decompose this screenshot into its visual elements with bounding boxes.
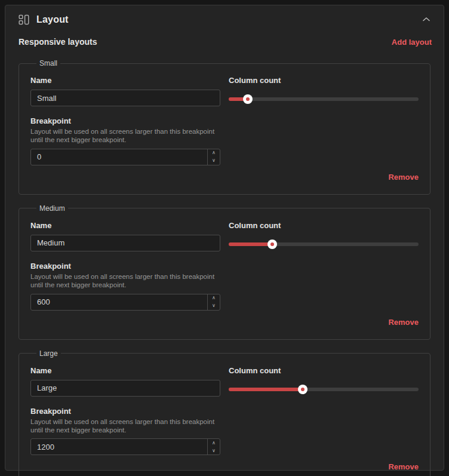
breakpoint-label: Breakpoint xyxy=(30,407,220,416)
name-label: Name xyxy=(30,221,220,230)
number-spinners: ∧ ∨ xyxy=(207,149,220,165)
remove-row: Remove xyxy=(30,171,419,182)
remove-row: Remove xyxy=(30,461,419,472)
spinner-down-button[interactable]: ∨ xyxy=(208,447,220,454)
left-column: Name Breakpoint Layout will be used on a… xyxy=(30,221,220,311)
responsive-layouts-header: Responsive layouts Add layout xyxy=(12,37,437,47)
layout-dashboard-icon xyxy=(19,14,29,25)
remove-row: Remove xyxy=(30,317,419,327)
remove-layout-button[interactable]: Remove xyxy=(388,173,419,182)
name-label: Name xyxy=(30,76,220,85)
name-label: Name xyxy=(30,366,220,375)
breakpoint-label: Breakpoint xyxy=(30,116,220,125)
layout-name-input[interactable] xyxy=(30,90,220,106)
slider-thumb[interactable] xyxy=(243,94,253,104)
column-count-slider[interactable] xyxy=(229,239,419,249)
slider-fill xyxy=(229,242,272,246)
breakpoint-value-field[interactable] xyxy=(31,149,207,165)
spinner-up-button[interactable]: ∧ xyxy=(208,294,220,302)
layout-fieldset: Large Name Breakpoint Layout will be use… xyxy=(19,349,430,476)
column-count-label: Column count xyxy=(229,221,419,230)
layout-legend: Large xyxy=(36,349,61,358)
panel-header: Layout xyxy=(12,13,437,25)
breakpoint-help-text: Layout will be used on all screens large… xyxy=(30,417,220,435)
column-count-label: Column count xyxy=(229,76,419,85)
left-column: Name Breakpoint Layout will be used on a… xyxy=(30,76,220,165)
layout-settings-panel: Layout Responsive layouts Add layout Sma… xyxy=(5,5,444,471)
column-count-label: Column count xyxy=(229,366,419,375)
layout-name-input[interactable] xyxy=(30,235,220,251)
breakpoint-value-field[interactable] xyxy=(31,294,207,310)
layout-legend: Small xyxy=(36,59,60,67)
layout-fieldset: Medium Name Breakpoint Layout will be us… xyxy=(19,204,430,340)
breakpoint-help-text: Layout will be used on all screens large… xyxy=(30,272,220,290)
layout-fieldset: Small Name Breakpoint Layout will be use… xyxy=(19,59,430,195)
spinner-down-button[interactable]: ∨ xyxy=(208,157,220,165)
slider-thumb[interactable] xyxy=(298,385,307,394)
right-column: Column count xyxy=(229,366,419,456)
left-column: Name Breakpoint Layout will be used on a… xyxy=(30,366,220,456)
breakpoint-number-input: ∧ ∨ xyxy=(30,294,220,311)
section-heading: Responsive layouts xyxy=(19,37,97,47)
breakpoint-value-field[interactable] xyxy=(31,439,207,454)
chevron-up-icon xyxy=(422,15,430,24)
column-count-slider[interactable] xyxy=(229,385,419,394)
number-spinners: ∧ ∨ xyxy=(207,439,220,454)
collapse-panel-button[interactable] xyxy=(421,14,432,25)
number-spinners: ∧ ∨ xyxy=(207,294,220,310)
panel-title: Layout xyxy=(36,14,69,25)
slider-track[interactable] xyxy=(229,97,419,101)
slider-thumb[interactable] xyxy=(267,239,277,249)
breakpoint-number-input: ∧ ∨ xyxy=(30,438,220,455)
remove-layout-button[interactable]: Remove xyxy=(388,462,419,471)
layout-name-input[interactable] xyxy=(30,380,220,397)
spinner-down-button[interactable]: ∨ xyxy=(208,302,220,310)
slider-fill xyxy=(229,388,303,391)
right-column: Column count xyxy=(229,221,419,311)
right-column: Column count xyxy=(229,76,419,165)
spinner-up-button[interactable]: ∧ xyxy=(208,439,220,447)
remove-layout-button[interactable]: Remove xyxy=(388,318,419,327)
breakpoint-help-text: Layout will be used on all screens large… xyxy=(30,127,220,145)
layouts-container: Small Name Breakpoint Layout will be use… xyxy=(12,59,437,476)
add-layout-button[interactable]: Add layout xyxy=(392,38,432,47)
layout-legend: Medium xyxy=(36,204,68,213)
column-count-slider[interactable] xyxy=(229,94,419,104)
breakpoint-number-input: ∧ ∨ xyxy=(30,149,220,165)
spinner-up-button[interactable]: ∧ xyxy=(208,149,220,157)
breakpoint-label: Breakpoint xyxy=(30,262,220,271)
